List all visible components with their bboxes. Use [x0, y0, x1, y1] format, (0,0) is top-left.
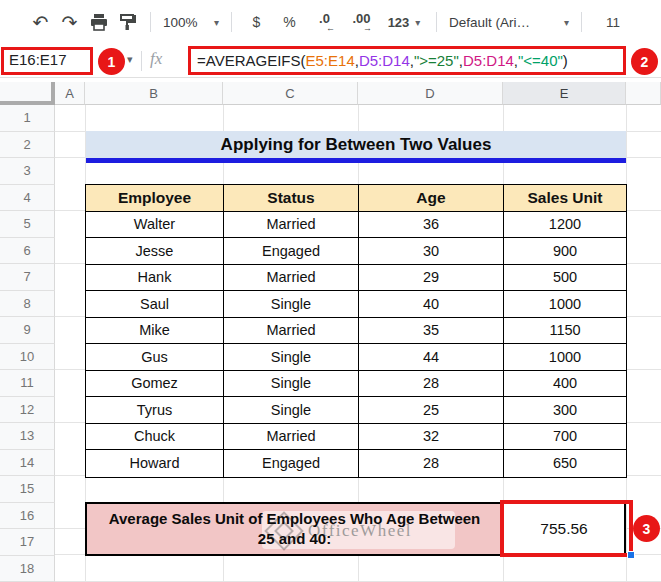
column-header-e[interactable]: E [503, 82, 626, 105]
row-header-17[interactable]: 17 [0, 529, 55, 556]
format-currency-button[interactable]: $ [240, 7, 273, 37]
table-cell[interactable]: Single [224, 291, 359, 318]
spreadsheet-app: ↶ ↷ 100% ▾ $ % .0 ← . [0, 0, 661, 582]
undo-icon[interactable]: ↶ [26, 7, 55, 37]
table-cell[interactable]: 400 [504, 371, 626, 398]
row-header-4[interactable]: 4 [0, 185, 55, 212]
table-cell[interactable]: Married [224, 318, 359, 345]
font-family-select[interactable]: Default (Ari… ▾ [445, 7, 573, 37]
table-cell[interactable]: Tyrus [86, 397, 224, 424]
arrow-right-icon: → [363, 24, 372, 33]
row-header-18[interactable]: 18 [0, 556, 55, 582]
table-header-cell[interactable]: Status [224, 185, 359, 212]
row-header-2[interactable]: 2 [0, 132, 55, 159]
toolbar-divider [581, 12, 582, 32]
table-cell[interactable]: 35 [359, 318, 504, 345]
toolbar: ↶ ↷ 100% ▾ $ % .0 ← . [0, 0, 661, 44]
format-percent-button[interactable]: % [273, 7, 306, 37]
row-header-7[interactable]: 7 [0, 264, 55, 291]
table-cell[interactable]: 28 [359, 371, 504, 398]
table-cell[interactable]: Walter [86, 212, 224, 239]
row-header-11[interactable]: 11 [0, 370, 55, 397]
more-formats-button[interactable]: 123 ▾ [380, 7, 428, 37]
arrow-left-icon: ← [326, 24, 335, 33]
table-header-cell[interactable]: Sales Unit [504, 185, 626, 212]
chevron-down-icon: ▾ [564, 17, 569, 28]
font-name: Default (Ari… [449, 15, 530, 30]
table-cell[interactable]: 29 [359, 265, 504, 292]
table-cell[interactable]: 1000 [504, 344, 626, 371]
zoom-level: 100% [163, 15, 198, 30]
row-header-10[interactable]: 10 [0, 344, 55, 371]
table-header-cell[interactable]: Employee [86, 185, 224, 212]
decrease-decimal-button[interactable]: .0 ← [306, 7, 343, 37]
column-header-d[interactable]: D [358, 82, 503, 105]
table-cell[interactable]: Jesse [86, 238, 224, 265]
table-cell[interactable]: 650 [504, 450, 626, 477]
chevron-down-icon[interactable]: ▾ [127, 53, 133, 66]
zoom-select[interactable]: 100% ▾ [159, 7, 223, 37]
title-cell[interactable]: Applying for Between Two Values [86, 131, 626, 163]
row-header-16[interactable]: 16 [0, 503, 55, 530]
column-header-a[interactable]: A [55, 82, 85, 105]
annotation-step-1: 1 [98, 48, 125, 75]
row-header-13[interactable]: 13 [0, 423, 55, 450]
row-header-12[interactable]: 12 [0, 397, 55, 424]
table-cell[interactable]: 1150 [504, 318, 626, 345]
table-cell[interactable]: 500 [504, 265, 626, 292]
table-cell[interactable]: 30 [359, 238, 504, 265]
column-header-blank[interactable] [626, 82, 661, 105]
table-cell[interactable]: Single [224, 397, 359, 424]
table-cell[interactable]: Gus [86, 344, 224, 371]
select-all-corner[interactable] [0, 82, 55, 105]
table-cell[interactable]: 1200 [504, 212, 626, 239]
row-header-6[interactable]: 6 [0, 238, 55, 265]
selection-fill-handle[interactable] [627, 551, 635, 559]
table-cell[interactable]: 900 [504, 238, 626, 265]
table-cell[interactable]: Howard [86, 450, 224, 477]
table-cell[interactable]: Hank [86, 265, 224, 292]
row-header-3[interactable]: 3 [0, 158, 55, 185]
table-header-cell[interactable]: Age [359, 185, 504, 212]
table-cell[interactable]: 700 [504, 424, 626, 451]
paint-format-icon-glyph [119, 14, 136, 31]
row-header-1[interactable]: 1 [0, 105, 55, 132]
table-cell[interactable]: Married [224, 212, 359, 239]
paint-format-icon[interactable] [113, 7, 142, 37]
increase-decimal-button[interactable]: .00 → [343, 7, 380, 37]
column-header-c[interactable]: C [223, 82, 358, 105]
row-header-9[interactable]: 9 [0, 317, 55, 344]
table-cell[interactable]: 32 [359, 424, 504, 451]
formula-bar: E16:E17 1 ▾ fx =AVERAGEIFS(E5:E14,D5:D14… [0, 44, 661, 78]
table-cell[interactable]: Single [224, 344, 359, 371]
row-header-8[interactable]: 8 [0, 291, 55, 318]
table-cell[interactable]: 28 [359, 450, 504, 477]
table-cell[interactable]: 25 [359, 397, 504, 424]
table-cell[interactable]: Mike [86, 318, 224, 345]
chevron-down-icon: ▾ [214, 17, 219, 28]
table-cell[interactable]: 44 [359, 344, 504, 371]
font-size-value[interactable]: 11 [606, 7, 620, 37]
table-cell[interactable]: 36 [359, 212, 504, 239]
annotation-step-2: 2 [631, 48, 658, 75]
annotation-box-namebox [1, 47, 93, 75]
formula-bar-divider [141, 51, 142, 71]
summary-label: Average Sales Unit of Employees Who Age … [88, 504, 501, 554]
table-cell[interactable]: 40 [359, 291, 504, 318]
table-cell[interactable]: Chuck [86, 424, 224, 451]
table-cell[interactable]: Single [224, 371, 359, 398]
table-cell[interactable]: 300 [504, 397, 626, 424]
table-cell[interactable]: Gomez [86, 371, 224, 398]
print-icon[interactable] [84, 7, 113, 37]
table-cell[interactable]: Married [224, 265, 359, 292]
table-cell[interactable]: Married [224, 424, 359, 451]
table-cell[interactable]: 1000 [504, 291, 626, 318]
row-header-14[interactable]: 14 [0, 450, 55, 477]
row-header-5[interactable]: 5 [0, 211, 55, 238]
column-header-b[interactable]: B [85, 82, 223, 105]
table-cell[interactable]: Engaged [224, 450, 359, 477]
table-cell[interactable]: Engaged [224, 238, 359, 265]
row-header-15[interactable]: 15 [0, 476, 55, 503]
redo-icon[interactable]: ↷ [55, 7, 84, 37]
table-cell[interactable]: Saul [86, 291, 224, 318]
